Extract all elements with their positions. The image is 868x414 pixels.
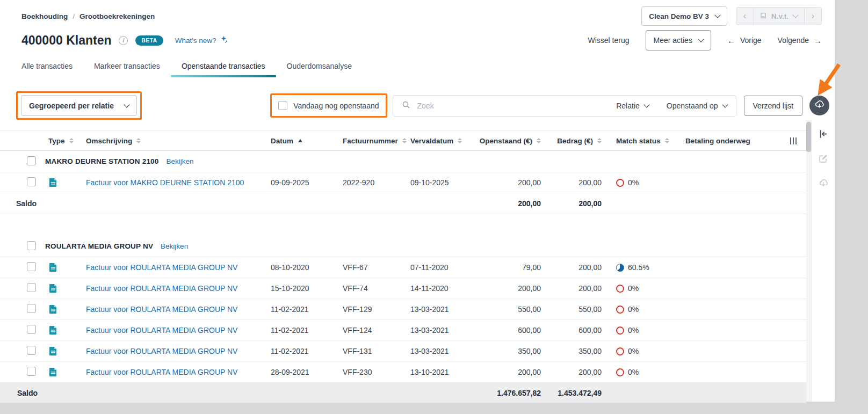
invoice-link[interactable]: Factuur voor MAKRO DEURNE STATION 2100 [86,178,244,187]
breadcrumb-separator: / [73,12,75,20]
volgende-button[interactable]: Volgende → [778,36,822,45]
top-bar: Boekhouding / Grootboekrekeningen Clean … [0,0,835,26]
group-view-link[interactable]: Bekijken [167,157,194,165]
row-checkbox[interactable] [27,262,36,271]
tab-openstaande-transacties[interactable]: Openstaande transacties [182,62,265,77]
row-checkbox[interactable] [27,241,36,250]
beta-badge: BETA [135,35,163,46]
column-header-factuurnummer[interactable]: Factuurnummer [331,137,399,145]
tab-markeer-transacties[interactable]: Markeer transacties [94,62,160,77]
column-settings-icon[interactable] [790,137,797,144]
info-icon[interactable]: i [119,36,128,45]
row-checkbox[interactable] [27,325,36,334]
verzend-lijst-button[interactable]: Verzend lijst [744,96,802,116]
column-header-datum[interactable]: Datum [262,137,331,145]
relatie-label: Relatie [616,101,640,110]
scrollbar-thumb[interactable] [806,122,811,152]
record-next-button[interactable]: › [804,7,822,25]
whats-new-label: What's new? [175,37,216,45]
invoice-document-icon [49,284,57,293]
match-status-icon [616,347,624,355]
row-checkbox[interactable] [27,367,36,376]
saldo-label: Saldo [16,199,262,208]
invoice-link[interactable]: Factuur voor ROULARTA MEDIA GROUP NV [86,305,237,314]
tab-alle-transacties[interactable]: Alle transacties [21,62,73,77]
invoice-document-icon [49,178,57,187]
tab-ouderdomsanalyse[interactable]: Ouderdomsanalyse [287,62,352,77]
openstaand-op-label: Openstaand op [667,101,718,110]
vorige-button[interactable]: ← Vorige [727,36,762,45]
cell-invoice-number: VFF-129 [331,305,399,314]
cell-open-amount: 200,00 [466,178,541,187]
breadcrumb-item-grootboekrekeningen[interactable]: Grootboekrekeningen [79,12,155,20]
transactions-table: TypeOmschrijvingDatumFactuurnummerVerval… [0,130,806,403]
column-header-vervaldatum[interactable]: Vervaldatum [399,137,466,145]
company-icon [760,12,766,20]
cell-match-status: 0% [602,368,681,376]
cell-date: 28-09-2021 [262,368,331,376]
today-open-checkbox[interactable] [278,101,287,110]
column-header-betaling-onderweg: Betaling onderweg [681,137,762,145]
record-prev-button[interactable]: ‹ [736,7,754,25]
row-checkbox[interactable] [27,177,36,186]
match-status-icon [616,326,624,335]
cell-amount: 200,00 [541,284,602,293]
group-name: MAKRO DEURNE STATION 2100 [45,157,159,165]
invoice-link[interactable]: Factuur voor ROULARTA MEDIA GROUP NV [86,368,237,376]
wissel-terug-link[interactable]: Wissel terug [588,36,630,45]
whats-new-link[interactable]: What's new? [175,35,228,45]
today-open-filter[interactable]: Vandaag nog openstaand [275,97,382,114]
column-header-omschrijving[interactable]: Omschrijving [75,137,262,145]
group-by-label: Gegroepeerd per relatie [29,101,114,110]
search-box: Relatie Openstaand op [393,95,736,117]
column-header-openstaand[interactable]: Openstaand (€) [466,137,541,145]
record-selector-label: N.v.t. [771,12,789,20]
edit-icon[interactable] [818,152,829,164]
match-status-label: 0% [628,368,639,376]
invoice-link[interactable]: Factuur voor ROULARTA MEDIA GROUP NV [86,284,237,293]
transaction-row: Factuur voor ROULARTA MEDIA GROUP NV11-0… [0,299,806,320]
tabs: Alle transactiesMarkeer transactiesOpens… [0,50,835,77]
collapse-panel-icon[interactable] [818,128,829,140]
column-header-bedrag[interactable]: Bedrag (€) [541,137,602,145]
row-checkbox[interactable] [27,156,36,165]
record-selector[interactable]: N.v.t. [753,7,805,25]
group-by-dropdown[interactable]: Gegroepeerd per relatie [21,95,137,116]
volgende-label: Volgende [778,36,809,45]
cell-date: 11-02-2021 [262,305,331,314]
cell-invoice-number: VFF-74 [331,284,399,293]
row-checkbox[interactable] [27,304,36,313]
cell-amount: 200,00 [541,263,602,272]
right-icon-rail [811,120,835,402]
invoice-link[interactable]: Factuur voor ROULARTA MEDIA GROUP NV [86,263,237,272]
footer-open-total: 1.476.657,82 [466,389,541,397]
download-list-button[interactable] [809,96,829,115]
meer-acties-button[interactable]: Meer acties [646,30,711,50]
cloud-download-icon[interactable] [818,177,829,189]
chevron-right-icon: › [812,11,814,21]
match-status-label: 0% [628,284,639,293]
search-input[interactable] [416,101,599,111]
transaction-row: Factuur voor ROULARTA MEDIA GROUP NV11-0… [0,341,806,362]
invoice-document-icon [49,326,57,335]
row-checkbox[interactable] [27,346,36,355]
column-label: Factuurnummer [343,137,398,145]
table-footer-saldo-row: Saldo 1.476.657,82 1.453.472,49 [0,383,806,403]
cell-open-amount: 79,00 [466,263,541,272]
group-header-row: MAKRO DEURNE STATION 2100Bekijken [0,151,806,172]
cell-invoice-number: VFF-230 [331,368,399,376]
transaction-row: Factuur voor ROULARTA MEDIA GROUP NV15-1… [0,278,806,299]
invoice-link[interactable]: Factuur voor ROULARTA MEDIA GROUP NV [86,347,237,355]
group-view-link[interactable]: Bekijken [161,242,188,250]
vertical-scrollbar[interactable] [806,120,811,402]
openstaand-op-dropdown[interactable]: Openstaand op [667,101,727,110]
column-header-type[interactable]: Type [42,137,75,145]
breadcrumb-item-boekhouding[interactable]: Boekhouding [21,12,68,20]
relatie-dropdown[interactable]: Relatie [616,101,649,110]
cell-date: 11-02-2021 [262,326,331,335]
chevron-left-icon: ‹ [743,11,746,21]
column-header-match-status[interactable]: Match status [602,137,681,145]
invoice-link[interactable]: Factuur voor ROULARTA MEDIA GROUP NV [86,326,237,335]
company-selector[interactable]: Clean Demo BV 3 [641,6,727,26]
row-checkbox[interactable] [27,283,36,292]
